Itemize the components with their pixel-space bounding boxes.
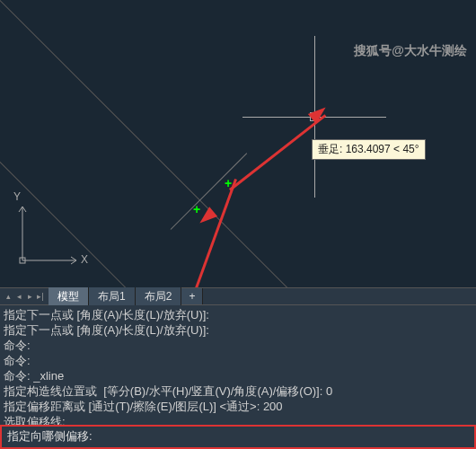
layout-tabs-bar: ▴ ◂ ▸ ▸| 模型 布局1 布局2 + [0,287,476,305]
tab-prev-icon[interactable]: ◂ [14,291,23,302]
cmd-history-line: 命令: [4,353,472,368]
cmd-history-line: 指定偏移距离或 [通过(T)/擦除(E)/图层(L)] <通过>: 200 [4,399,472,414]
watermark: 搜狐号@大水牛测绘 [354,43,467,59]
command-prompt-input[interactable]: 指定向哪侧偏移: [0,425,476,449]
tab-layout1[interactable]: 布局1 [89,287,136,306]
osnap-tooltip: 垂足: 163.4097 < 45° [312,139,426,160]
command-window[interactable]: 指定下一点或 [角度(A)/长度(L)/放弃(U)]: 指定下一点或 [角度(A… [0,305,476,431]
ucs-x-label: X [81,253,88,266]
drawing-viewport[interactable]: + + 垂足: 163.4097 < 45° Y X 搜狐号@大水牛测绘 [0,0,476,287]
tab-model[interactable]: 模型 [48,287,89,306]
ucs-icon: Y X [13,207,85,281]
cmd-history-line: 命令: _xline [4,368,472,383]
tab-add-button[interactable]: + [181,288,203,304]
tab-first-icon[interactable]: ▴ [4,291,13,302]
cmd-history-line: 指定下一点或 [角度(A)/长度(L)/放弃(U)]: [4,307,472,322]
cmd-history-line: 指定构造线位置或 [等分(B)/水平(H)/竖直(V)/角度(A)/偏移(O)]… [4,383,472,399]
cmd-history-line: 指定下一点或 [角度(A)/长度(L)/放弃(U)]: [4,322,472,338]
command-prompt-text: 指定向哪侧偏移: [7,429,93,443]
cmd-history-line: 命令: [4,338,472,353]
annotation-arrow [143,179,237,287]
ucs-y-label: Y [13,190,21,203]
tab-last-icon[interactable]: ▸| [36,291,45,302]
tab-layout2[interactable]: 布局2 [136,287,182,306]
tab-nav-group: ▴ ◂ ▸ ▸| [0,291,48,302]
tab-next-icon[interactable]: ▸ [25,291,34,302]
